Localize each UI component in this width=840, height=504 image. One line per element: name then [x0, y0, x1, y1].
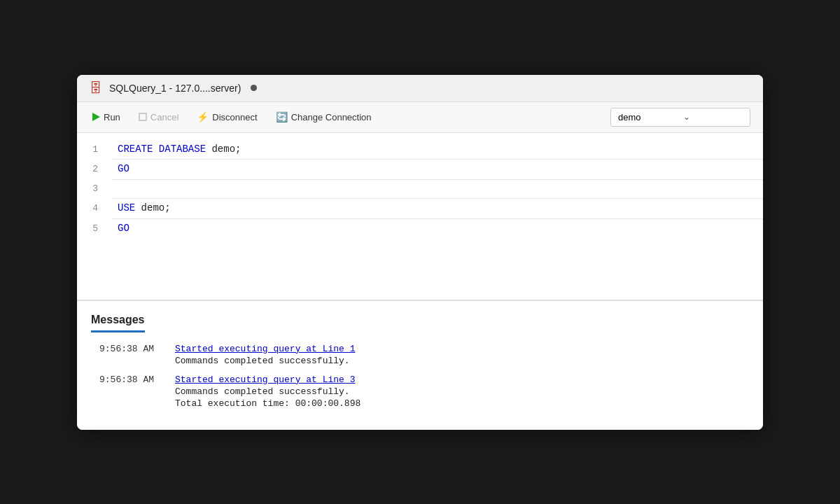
disconnect-icon: ⚡: [197, 111, 209, 122]
database-icon: 🗄: [90, 82, 102, 94]
line-content: USE demo;: [112, 200, 763, 217]
unsaved-indicator: [251, 85, 257, 91]
line-number: 5: [77, 221, 112, 237]
line-number: 1: [77, 142, 112, 158]
line-number: 3: [77, 181, 112, 197]
disconnect-label: Disconnect: [212, 112, 257, 122]
message-timestamp: 9:56:38 AM: [91, 344, 154, 354]
window-title: SQLQuery_1 - 127.0....server): [109, 83, 241, 94]
change-connection-icon: 🔄: [276, 111, 288, 122]
message-link[interactable]: Started executing query at Line 3: [175, 374, 749, 385]
code-line: 1CREATE DATABASE demo;: [77, 140, 763, 160]
message-row: 9:56:38 AMStarted executing query at Lin…: [91, 344, 749, 366]
code-editor[interactable]: 1CREATE DATABASE demo;2GO34USE demo;5GO: [77, 133, 763, 301]
message-timestamp: 9:56:38 AM: [91, 374, 154, 385]
line-content: GO: [112, 161, 763, 178]
message-row: 9:56:38 AMStarted executing query at Lin…: [91, 374, 749, 409]
code-line: 5GO: [77, 219, 763, 239]
code-line: 2GO: [77, 160, 763, 179]
message-extra: Total execution time: 00:00:00.898: [175, 398, 749, 409]
message-content: Started executing query at Line 3Command…: [175, 374, 749, 409]
main-window: 🗄 SQLQuery_1 - 127.0....server) Run Canc…: [77, 75, 763, 430]
cancel-icon: [139, 113, 147, 121]
messages-list: 9:56:38 AMStarted executing query at Lin…: [91, 344, 749, 409]
code-line: 4USE demo;: [77, 199, 763, 218]
database-dropdown[interactable]: demo ⌄: [610, 108, 750, 127]
disconnect-button[interactable]: ⚡ Disconnect: [194, 110, 260, 124]
title-bar: 🗄 SQLQuery_1 - 127.0....server): [77, 75, 763, 102]
run-label: Run: [104, 112, 120, 122]
messages-header: Messages: [91, 314, 145, 332]
change-connection-label: Change Connection: [291, 112, 372, 122]
message-content: Started executing query at Line 1Command…: [175, 344, 749, 366]
chevron-down-icon: ⌄: [683, 112, 690, 122]
line-number: 4: [77, 201, 112, 216]
message-link[interactable]: Started executing query at Line 1: [175, 344, 749, 354]
cancel-label: Cancel: [150, 112, 178, 122]
line-number: 2: [77, 162, 112, 177]
message-text: Commands completed successfully.: [175, 386, 749, 397]
line-content: CREATE DATABASE demo;: [112, 141, 763, 158]
message-text: Commands completed successfully.: [175, 356, 749, 366]
line-content: GO: [112, 220, 763, 237]
code-line: 3: [77, 180, 763, 198]
cancel-button[interactable]: Cancel: [136, 111, 181, 124]
toolbar: Run Cancel ⚡ Disconnect 🔄 Change Connect…: [77, 102, 763, 133]
messages-panel: Messages 9:56:38 AMStarted executing que…: [77, 301, 763, 430]
run-icon: [92, 113, 100, 121]
database-selected-value: demo: [618, 112, 641, 122]
change-connection-button[interactable]: 🔄 Change Connection: [273, 110, 374, 124]
run-button[interactable]: Run: [90, 111, 123, 124]
